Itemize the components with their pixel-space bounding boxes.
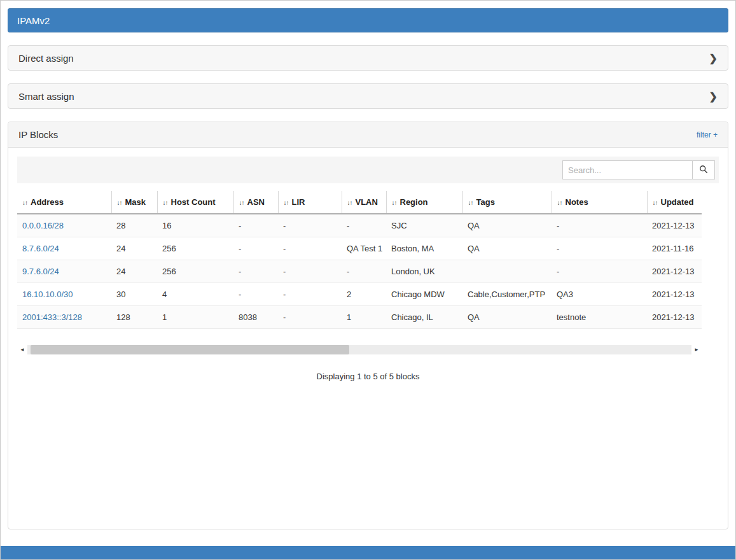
cell-region: London, UK (386, 260, 462, 283)
chevron-right-icon: ❯ (709, 52, 718, 64)
cell-mask: 24 (111, 237, 157, 260)
address-link[interactable]: 16.10.10.0/30 (22, 290, 73, 299)
column-header-label: Address (31, 197, 64, 207)
cell-address: 0.0.0.16/28 (17, 214, 111, 237)
ip-blocks-header: IP Blocks filter + (8, 122, 728, 148)
sort-icon: ↓↑ (284, 199, 289, 206)
sort-icon: ↓↑ (557, 199, 562, 206)
panel-smart-assign[interactable]: Smart assign ❯ (8, 83, 728, 109)
panel-smart-assign-label: Smart assign (18, 91, 74, 102)
column-header-label: VLAN (356, 197, 378, 207)
cell-vlan: - (342, 260, 386, 283)
cell-tags: QA (462, 306, 552, 329)
column-header-updated[interactable]: ↓↑Updated (647, 191, 702, 214)
scrollbar-track[interactable] (27, 345, 691, 354)
table-row: 9.7.6.0/2424256---London, UK-2021-12-13 (17, 260, 702, 283)
address-link[interactable]: 0.0.0.16/28 (22, 221, 64, 230)
cell-asn: 8038 (233, 306, 278, 329)
cell-mask: 28 (111, 214, 157, 237)
cell-updated: 2021-12-13 (647, 283, 702, 306)
column-header-tags[interactable]: ↓↑Tags (462, 191, 552, 214)
cell-tags: Cable,Customer,PTP (462, 283, 552, 306)
cell-mask: 24 (111, 260, 157, 283)
sort-icon: ↓↑ (117, 199, 122, 206)
cell-address: 9.7.6.0/24 (17, 260, 111, 283)
cell-updated: 2021-11-16 (647, 237, 702, 260)
cell-tags: QA (462, 214, 552, 237)
cell-address: 8.7.6.0/24 (17, 237, 111, 260)
cell-asn: - (233, 260, 278, 283)
sort-icon: ↓↑ (163, 199, 168, 206)
column-header-label: Updated (661, 197, 694, 207)
sort-icon: ↓↑ (239, 199, 244, 206)
cell-vlan: 1 (342, 306, 386, 329)
app-header: IPAMv2 (8, 8, 728, 32)
cell-updated: 2021-12-13 (647, 260, 702, 283)
cell-vlan: - (342, 214, 386, 237)
ip-blocks-table: ↓↑Address↓↑Mask↓↑Host Count↓↑ASN↓↑LIR↓↑V… (17, 191, 702, 329)
cell-host-count: 16 (157, 214, 233, 237)
column-header-label: Tags (476, 197, 495, 207)
cell-lir: - (278, 237, 342, 260)
cell-lir: - (278, 214, 342, 237)
cell-asn: - (233, 237, 278, 260)
column-header-asn[interactable]: ↓↑ASN (233, 191, 278, 214)
panel-direct-assign[interactable]: Direct assign ❯ (8, 45, 728, 71)
ip-blocks-panel: IP Blocks filter + (8, 122, 728, 529)
cell-host-count: 256 (157, 237, 233, 260)
column-header-label: Region (400, 197, 428, 207)
page-content: IPAMv2 Direct assign ❯ Smart assign ❯ IP… (1, 1, 735, 537)
column-header-lir[interactable]: ↓↑LIR (278, 191, 342, 214)
cell-region: Boston, MA (386, 237, 462, 260)
column-header-region[interactable]: ↓↑Region (386, 191, 462, 214)
table-header-row: ↓↑Address↓↑Mask↓↑Host Count↓↑ASN↓↑LIR↓↑V… (17, 191, 702, 214)
cell-asn: - (233, 283, 278, 306)
cell-address: 2001:433::3/128 (17, 306, 111, 329)
sort-icon: ↓↑ (653, 199, 658, 206)
sort-icon: ↓↑ (22, 199, 27, 206)
column-header-vlan[interactable]: ↓↑VLAN (342, 191, 386, 214)
column-header-host-count[interactable]: ↓↑Host Count (157, 191, 233, 214)
sort-icon: ↓↑ (468, 199, 473, 206)
ip-blocks-title: IP Blocks (18, 129, 58, 140)
chevron-right-icon: ❯ (709, 90, 718, 102)
address-link[interactable]: 9.7.6.0/24 (22, 267, 59, 276)
sort-icon: ↓↑ (392, 199, 397, 206)
table-row: 8.7.6.0/2424256--QA Test 1Boston, MAQA-2… (17, 237, 702, 260)
address-link[interactable]: 2001:433::3/128 (22, 312, 82, 322)
table-status-text: Displaying 1 to 5 of 5 blocks (17, 372, 719, 381)
column-header-label: Host Count (171, 197, 216, 207)
scroll-right-arrow-icon[interactable]: ► (691, 344, 702, 355)
column-header-label: Mask (125, 197, 146, 207)
page: IPAMv2 Direct assign ❯ Smart assign ❯ IP… (0, 0, 736, 560)
scrollbar-thumb[interactable] (31, 345, 349, 354)
cell-updated: 2021-12-13 (647, 214, 702, 237)
cell-mask: 128 (111, 306, 157, 329)
table-row: 0.0.0.16/282816---SJCQA-2021-12-13 (17, 214, 702, 237)
cell-tags: QA (462, 237, 552, 260)
horizontal-scrollbar[interactable]: ◄ ► (17, 344, 702, 355)
cell-notes: - (552, 237, 647, 260)
cell-updated: 2021-12-13 (647, 306, 702, 329)
address-link[interactable]: 8.7.6.0/24 (22, 244, 59, 253)
column-header-label: LIR (292, 197, 305, 207)
cell-vlan: QA Test 1 (342, 237, 386, 260)
column-header-mask[interactable]: ↓↑Mask (111, 191, 157, 214)
cell-lir: - (278, 283, 342, 306)
cell-notes: QA3 (552, 283, 647, 306)
search-button[interactable] (692, 160, 715, 179)
filter-link[interactable]: filter + (697, 130, 718, 139)
cell-lir: - (278, 306, 342, 329)
cell-host-count: 1 (157, 306, 233, 329)
cell-region: Chicago MDW (386, 283, 462, 306)
column-header-notes[interactable]: ↓↑Notes (552, 191, 647, 214)
table-row: 16.10.10.0/30304--2Chicago MDWCable,Cust… (17, 283, 702, 306)
column-header-address[interactable]: ↓↑Address (17, 191, 111, 214)
cell-tags (462, 260, 552, 283)
ip-blocks-body: ↓↑Address↓↑Mask↓↑Host Count↓↑ASN↓↑LIR↓↑V… (8, 148, 728, 390)
cell-address: 16.10.10.0/30 (17, 283, 111, 306)
cell-notes: testnote (552, 306, 647, 329)
cell-lir: - (278, 260, 342, 283)
scroll-left-arrow-icon[interactable]: ◄ (17, 344, 27, 355)
search-input[interactable] (562, 160, 693, 179)
